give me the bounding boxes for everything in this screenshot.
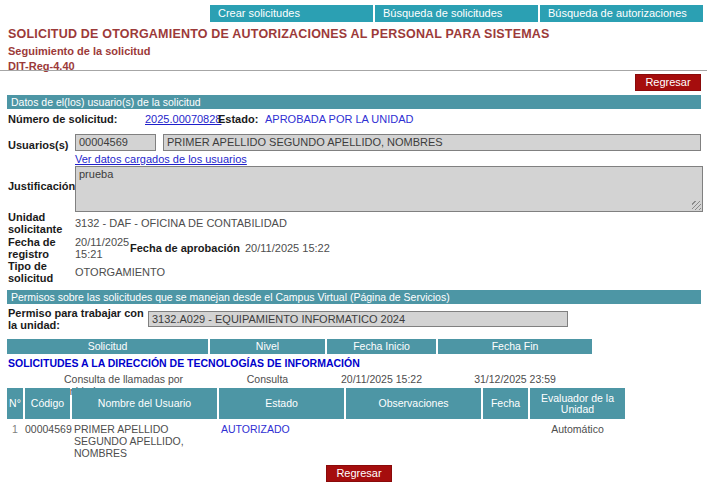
nav-crear-solicitudes[interactable]: Crear solicitudes [210,5,373,22]
users-table-header-row: N° Código Nombre del Usuario Estado Obse… [7,388,625,419]
textarea-resize-handle-icon[interactable] [692,201,701,210]
requesting-unit-value: 3132 - DAF - OFICINA DE CONTABILIDAD [75,217,287,229]
page-subtitle: Seguimiento de la solicitud [8,45,150,57]
section-header-permissions: Permisos sobre las solicitudes que se ma… [7,290,701,304]
request-number-label: Número de solicitud: [8,113,117,125]
nav-busqueda-autorizaciones[interactable]: Búsqueda de autorizaciones [540,5,703,22]
requests-col-solicitud: Solicitud [7,339,208,354]
top-nav: Crear solicitudes Búsqueda de solicitude… [210,5,703,22]
page-title: SOLICITUD DE OTORGAMIENTO DE AUTORIZACIO… [8,27,550,41]
request-number-link[interactable]: 2025.00070828 [145,113,221,125]
justification-textarea[interactable]: prueba [75,166,703,212]
users-col-evaluador: Evaluador de la Unidad [530,388,625,419]
users-col-estado: Estado [219,388,344,419]
requests-col-fecha-inicio: Fecha Inicio [327,339,436,354]
back-button-top[interactable]: Regresar [635,74,701,91]
nav-busqueda-solicitudes[interactable]: Búsqueda de solicitudes [375,5,538,22]
requests-col-fecha-fin: Fecha Fin [438,339,592,354]
users-table: N° Código Nombre del Usuario Estado Obse… [7,388,625,459]
users-col-nombre: Nombre del Usuario [72,388,217,419]
users-label: Usuarios(s) [8,139,69,151]
requesting-unit-label: Unidad solicitante [8,211,70,235]
user-code-cell: 00004569 [25,423,70,435]
permission-unit-field[interactable]: 3132.A029 - EQUIPAMIENTO INFORMATICO 202… [148,311,568,327]
request-type-label: Tipo de solicitud [8,260,70,284]
user-row-number-cell: 1 [7,423,23,435]
requests-col-nivel: Nivel [210,339,325,354]
back-button-bottom[interactable]: Regresar [326,465,392,482]
section-header-user-data: Datos de el(los) usuario(s) de la solici… [7,95,701,109]
approval-date-label: Fecha de aprobación [130,242,240,254]
user-name-field[interactable]: PRIMER APELLIDO SEGUNDO APELLIDO, NOMBRE… [163,134,701,151]
users-col-codigo: Código [25,388,70,419]
users-col-num: N° [7,388,23,419]
users-col-observaciones: Observaciones [346,388,481,419]
view-user-data-link[interactable]: Ver datos cargados de los usuarios [75,153,247,165]
registration-date-value: 20/11/2025 15:21 [75,236,137,260]
table-row: 1 00004569 PRIMER APELLIDO SEGUNDO APELL… [7,423,625,459]
requests-table-header-row: Solicitud Nivel Fecha Inicio Fecha Fin [7,339,592,354]
registration-date-label: Fecha de registro [8,236,70,260]
users-col-fecha: Fecha [483,388,528,419]
user-evaluator-cell: Automático [530,423,625,435]
justification-text: prueba [79,168,113,180]
status-value: APROBADA POR LA UNIDAD [265,113,414,125]
justification-label: Justificación [8,180,75,192]
approval-date-value: 20/11/2025 15:22 [245,242,330,254]
status-label: Estado: [218,113,258,125]
permission-unit-label: Permiso para trabajar con la unidad: [8,307,148,331]
user-status-cell: AUTORIZADO [219,423,344,435]
request-type-value: OTORGAMIENTO [75,266,165,278]
user-name-cell: PRIMER APELLIDO SEGUNDO APELLIDO, NOMBRE… [72,423,217,459]
user-code-field[interactable]: 00004569 [75,134,156,151]
header-divider [0,70,707,71]
requests-group-title: SOLICITUDES A LA DIRECCIÓN DE TECNOLOGÍA… [7,357,592,369]
